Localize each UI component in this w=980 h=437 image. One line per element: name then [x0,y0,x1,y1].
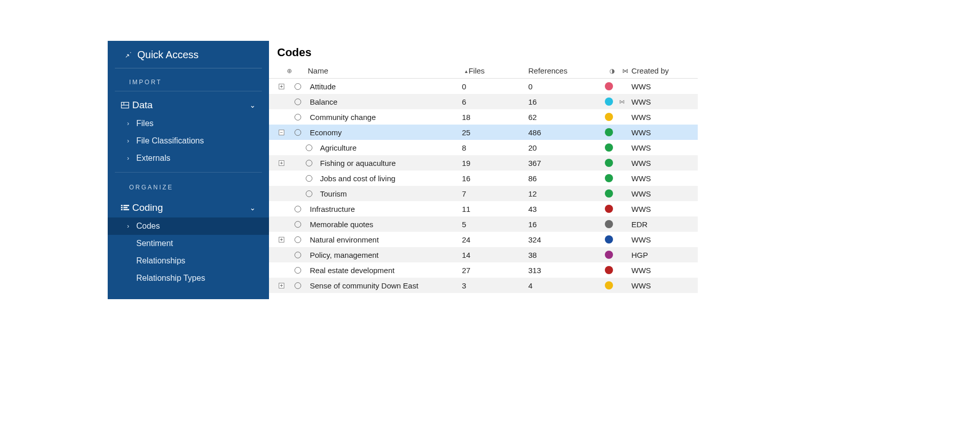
sidebar-item-file-classifications[interactable]: ›File Classifications [108,132,269,150]
col-created-by[interactable]: Created by [631,66,693,75]
node-icon[interactable] [295,129,301,136]
sidebar-item-externals[interactable]: ›Externals [108,150,269,167]
table-row[interactable]: Memorable quotes516⋈EDR [269,216,698,232]
color-dot [605,251,613,259]
main-panel: Codes ⊕ Name ▲Files References ◑ ⋈ Creat… [269,41,698,299]
created-by: WWS [631,82,693,91]
quick-access-header[interactable]: Quick Access [115,46,262,68]
link-column-icon[interactable]: ⋈ [622,67,628,75]
code-name: Agriculture [308,143,462,152]
files-count: 6 [462,98,528,106]
pin-icon [124,49,137,61]
sidebar-item-files[interactable]: ›Files [108,115,269,132]
node-icon[interactable] [295,221,301,228]
table-row[interactable]: +Sense of community Down East34⋈WWS [269,278,698,293]
code-name: Infrastructure [308,205,462,213]
files-count: 3 [462,281,528,290]
references-count: 367 [528,159,605,167]
sidebar-item-label: Codes [136,222,160,231]
color-dot [605,189,613,198]
sidebar-item-label: Files [136,119,154,128]
node-icon[interactable] [295,267,301,274]
table-row[interactable]: Community change1862⋈WWS [269,109,698,125]
files-count: 0 [462,82,528,91]
table-row[interactable]: +Fishing or aquaculture19367⋈WWS [269,155,698,171]
references-count: 20 [528,143,605,152]
sidebar: Quick Access IMPORT Data ⌄ ›Files›File C… [108,41,269,299]
sidebar-item-label: File Classifications [136,136,204,145]
node-icon[interactable] [295,83,301,90]
table-row[interactable]: −Economy25486⋈WWS [269,125,698,140]
references-count: 324 [528,235,605,244]
collapse-icon[interactable]: − [279,130,284,135]
sidebar-item-label: Sentiment [136,239,173,248]
references-count: 0 [528,82,605,91]
table-row[interactable]: Infrastructure1143⋈WWS [269,201,698,216]
sidebar-item-codes[interactable]: ›Codes [108,217,269,235]
files-count: 25 [462,128,528,137]
color-dot [605,281,613,289]
node-icon[interactable] [295,206,301,212]
add-icon[interactable]: ⊕ [287,67,292,75]
created-by: WWS [631,281,693,290]
sidebar-divider [115,172,262,173]
nav-group-coding[interactable]: Coding ⌄ [108,198,269,217]
expand-icon[interactable]: + [279,160,284,166]
table-row[interactable]: Tourism712⋈WWS [269,186,698,201]
quick-access-label: Quick Access [137,49,199,61]
chevron-down-icon: ⌄ [250,204,256,212]
created-by: WWS [631,235,693,244]
color-dot [605,98,613,106]
col-files[interactable]: ▲Files [462,66,528,75]
created-by: WWS [631,205,693,213]
color-dot [605,174,613,182]
code-name: Attitude [308,82,462,91]
col-name[interactable]: Name [308,66,462,75]
color-column-icon[interactable]: ◑ [609,67,615,75]
table-row[interactable]: +Natural environment24324⋈WWS [269,232,698,247]
node-icon[interactable] [295,236,301,243]
table-row[interactable]: Jobs and cost of living1686⋈WWS [269,171,698,186]
code-name: Balance [308,98,462,106]
app-window: Quick Access IMPORT Data ⌄ ›Files›File C… [108,41,698,299]
table-row[interactable]: Agriculture820⋈WWS [269,140,698,155]
svg-rect-6 [124,207,128,208]
created-by: EDR [631,220,693,229]
link-icon[interactable]: ⋈ [619,99,631,105]
svg-rect-3 [121,205,122,206]
references-count: 38 [528,251,605,259]
expand-icon[interactable]: + [279,283,284,288]
color-dot [605,205,613,213]
sidebar-item-relationships[interactable]: Relationships [108,252,269,270]
created-by: WWS [631,266,693,275]
code-name: Community change [308,113,462,122]
page-title: Codes [269,41,698,63]
table-row[interactable]: Real estate development27313⋈WWS [269,262,698,278]
references-count: 86 [528,174,605,183]
nav-group-data[interactable]: Data ⌄ [108,95,269,115]
node-icon[interactable] [295,114,301,120]
sidebar-item-relationship-types[interactable]: Relationship Types [108,270,269,287]
color-dot [605,82,613,90]
created-by: HGP [631,251,693,259]
code-name: Tourism [308,189,462,198]
files-count: 27 [462,266,528,275]
table-row[interactable]: Policy, management1438⋈HGP [269,247,698,262]
node-icon[interactable] [295,252,301,258]
col-references[interactable]: References [528,66,605,75]
code-name: Fishing or aquaculture [308,159,462,167]
sidebar-item-label: Relationship Types [136,274,205,283]
files-count: 24 [462,235,528,244]
sidebar-item-sentiment[interactable]: Sentiment [108,235,269,252]
chevron-right-icon: › [127,137,136,144]
expand-icon[interactable]: + [279,237,284,242]
code-name: Sense of community Down East [308,281,462,290]
files-count: 19 [462,159,528,167]
table-row[interactable]: Balance616⋈WWS [269,94,698,109]
expand-icon[interactable]: + [279,84,284,89]
node-icon[interactable] [295,282,301,289]
code-name: Natural environment [308,235,462,244]
node-icon[interactable] [295,99,301,105]
table-row[interactable]: +Attitude00⋈WWS [269,79,698,94]
coding-icon [121,204,132,211]
